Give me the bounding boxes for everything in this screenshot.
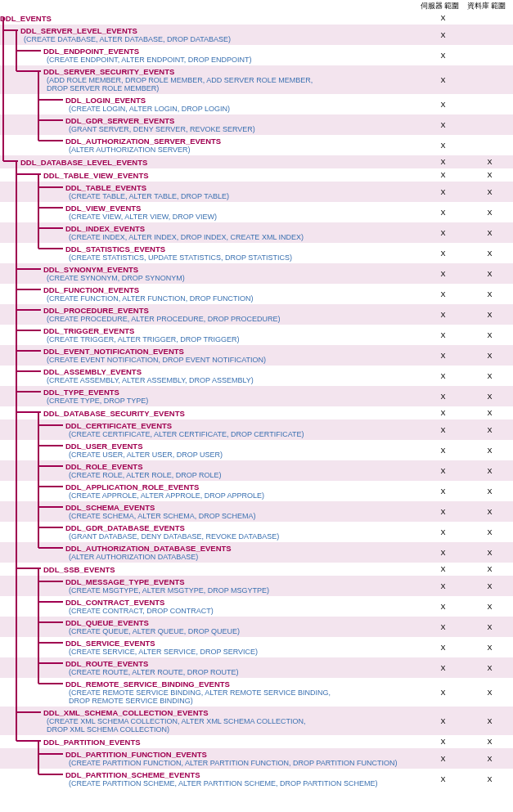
tree-row-part_scheme: DDL_PARTITION_SCHEME_EVENTS(CREATE PARTI…: [0, 769, 513, 789]
node-desc-service: (CREATE SERVICE, ALTER SERVICE, DROP SER…: [65, 648, 258, 656]
node-title-procedure: DDL_PROCEDURE_EVENTS: [43, 306, 149, 315]
node-title-table_view: DDL_TABLE_VIEW_EVENTS: [43, 171, 149, 180]
node-title-certificate: DDL_CERTIFICATE_EVENTS: [65, 421, 172, 430]
tree-row-auth_server: DDL_AUTHORIZATION_SERVER_EVENTS(ALTER AU…: [0, 135, 513, 155]
node-title-index: DDL_INDEX_EVENTS: [65, 224, 145, 233]
node-title-app_role: DDL_APPLICATION_ROLE_EVENTS: [65, 482, 199, 491]
server-scope-mark-index: X: [420, 229, 466, 237]
node-desc-endpoint: (CREATE ENDPOINT, ALTER ENDPOINT, DROP E…: [43, 56, 252, 64]
node-desc-assembly: (CREATE ASSEMBLY, ALTER ASSEMBLY, DROP A…: [43, 376, 254, 384]
tree-row-function: DDL_FUNCTION_EVENTS(CREATE FUNCTION, ALT…: [0, 284, 513, 304]
database-scope-mark-synonym: X: [466, 270, 513, 278]
tree-row-partition: DDL_PARTITION_EVENTSXX: [0, 735, 513, 748]
node-title-schema: DDL_SCHEMA_EVENTS: [65, 503, 155, 512]
database-scope-mark-table: X: [466, 188, 513, 196]
server-scope-mark-assembly: X: [420, 372, 466, 380]
database-scope-mark-part_scheme: X: [466, 775, 513, 783]
tree-row-contract: DDL_CONTRACT_EVENTS(CREATE CONTRACT, DRO…: [0, 596, 513, 617]
tree-row-auth_db: DDL_AUTHORIZATION_DATABASE_EVENTS(ALTER …: [0, 542, 513, 563]
tree-row-service: DDL_SERVICE_EVENTS(CREATE SERVICE, ALTER…: [0, 637, 513, 657]
database-scope-mark-route: X: [466, 664, 513, 672]
server-scope-mark-server_security: X: [420, 76, 466, 84]
node-title-service: DDL_SERVICE_EVENTS: [65, 639, 155, 648]
node-title-auth_db: DDL_AUTHORIZATION_DATABASE_EVENTS: [65, 544, 232, 553]
server-scope-mark-xml_schema: X: [420, 717, 466, 725]
tree-row-route: DDL_ROUTE_EVENTS(CREATE ROUTE, ALTER ROU…: [0, 657, 513, 678]
node-title-part_scheme: DDL_PARTITION_SCHEME_EVENTS: [65, 770, 200, 779]
node-desc-server_security-1: DROP SERVER ROLE MEMBER): [43, 84, 159, 92]
node-desc-remote_svc-1: DROP REMOTE SERVICE BINDING): [65, 697, 193, 705]
tree-row-table_view: DDL_TABLE_VIEW_EVENTSXX: [0, 168, 513, 182]
node-desc-server_security-0: (ADD ROLE MEMBER, DROP ROLE MEMBER, ADD …: [43, 76, 313, 84]
node-desc-part_scheme: (CREATE PARTITION SCHEME, ALTER PARTITIO…: [65, 779, 378, 787]
tree-row-statistics: DDL_STATISTICS_EVENTS(CREATE STATISTICS,…: [0, 243, 513, 263]
tree-row-queue: DDL_QUEUE_EVENTS(CREATE QUEUE, ALTER QUE…: [0, 617, 513, 637]
server-scope-mark-function: X: [420, 290, 466, 298]
server-scope-mark-endpoint: X: [420, 52, 466, 60]
server-scope-mark-role: X: [420, 467, 466, 475]
tree-row-login: DDL_LOGIN_EVENTS(CREATE LOGIN, ALTER LOG…: [0, 94, 513, 114]
node-title-auth_server: DDL_AUTHORIZATION_SERVER_EVENTS: [65, 137, 221, 146]
header-server-scope: 伺服器 範圍: [416, 0, 463, 11]
node-title-contract: DDL_CONTRACT_EVENTS: [65, 598, 164, 607]
node-title-function: DDL_FUNCTION_EVENTS: [43, 285, 139, 294]
node-title-ddl_events: DDL_EVENTS: [0, 14, 52, 23]
node-title-msg_type: DDL_MESSAGE_TYPE_EVENTS: [65, 577, 185, 586]
tree-row-msg_type: DDL_MESSAGE_TYPE_EVENTS(CREATE MSGTYPE, …: [0, 576, 513, 596]
tree-row-remote_svc: DDL_REMOTE_SERVICE_BINDING_EVENTS(CREATE…: [0, 678, 513, 707]
node-title-login: DDL_LOGIN_EVENTS: [65, 96, 146, 105]
tree-row-synonym: DDL_SYNONYM_EVENTS(CREATE SYNONYM, DROP …: [0, 263, 513, 284]
server-scope-mark-login: X: [420, 101, 466, 109]
database-scope-mark-part_func: X: [466, 755, 513, 763]
node-title-ssb: DDL_SSB_EVENTS: [43, 565, 115, 574]
server-scope-mark-schema: X: [420, 508, 466, 516]
node-title-gdr_server: DDL_GDR_SERVER_EVENTS: [65, 116, 174, 125]
database-scope-mark-assembly: X: [466, 372, 513, 380]
node-desc-auth_db: (ALTER AUTHORIZATION DATABASE): [65, 553, 198, 561]
server-scope-mark-certificate: X: [420, 426, 466, 434]
server-scope-mark-db_security: X: [420, 409, 466, 417]
server-scope-mark-trigger: X: [420, 331, 466, 339]
server-scope-mark-part_func: X: [420, 755, 466, 763]
server-scope-mark-ssb: X: [420, 565, 466, 573]
node-desc-role: (CREATE ROLE, ALTER ROLE, DROP ROLE): [65, 471, 222, 479]
database-scope-mark-xml_schema: X: [466, 717, 513, 725]
node-desc-schema: (CREATE SCHEMA, ALTER SCHEMA, DROP SCHEM…: [65, 512, 256, 520]
database-scope-mark-role: X: [466, 467, 513, 475]
tree-row-type: DDL_TYPE_EVENTS(CREATE TYPE, DROP TYPE)X…: [0, 386, 513, 406]
database-scope-mark-procedure: X: [466, 311, 513, 319]
database-scope-mark-contract: X: [466, 603, 513, 611]
server-scope-mark-view: X: [420, 209, 466, 217]
node-desc-view: (CREATE VIEW, ALTER VIEW, DROP VIEW): [65, 213, 217, 221]
server-scope-mark-auth_db: X: [420, 549, 466, 557]
node-desc-statistics: (CREATE STATISTICS, UPDATE STATISTICS, D…: [65, 253, 292, 262]
tree-row-gdr_db: DDL_GDR_DATABASE_EVENTS(GRANT DATABASE, …: [0, 522, 513, 542]
node-desc-synonym: (CREATE SYNONYM, DROP SYNONYM): [43, 274, 185, 282]
database-scope-mark-table_view: X: [466, 171, 513, 179]
node-desc-type: (CREATE TYPE, DROP TYPE): [43, 397, 148, 405]
tree-row-assembly: DDL_ASSEMBLY_EVENTS(CREATE ASSEMBLY, ALT…: [0, 366, 513, 386]
node-title-remote_svc: DDL_REMOTE_SERVICE_BINDING_EVENTS: [65, 680, 230, 689]
server-scope-mark-server_level: X: [420, 31, 466, 39]
node-desc-index: (CREATE INDEX, ALTER INDEX, DROP INDEX, …: [65, 233, 304, 241]
database-scope-mark-service: X: [466, 644, 513, 652]
database-scope-mark-gdr_db: X: [466, 528, 513, 536]
tree-row-part_func: DDL_PARTITION_FUNCTION_EVENTS(CREATE PAR…: [0, 748, 513, 769]
database-scope-mark-statistics: X: [466, 249, 513, 258]
server-scope-mark-gdr_server: X: [420, 121, 466, 129]
server-scope-mark-type: X: [420, 393, 466, 401]
node-desc-route: (CREATE ROUTE, ALTER ROUTE, DROP ROUTE): [65, 668, 239, 676]
tree-row-view: DDL_VIEW_EVENTS(CREATE VIEW, ALTER VIEW,…: [0, 202, 513, 222]
node-title-view: DDL_VIEW_EVENTS: [65, 204, 141, 213]
node-desc-function: (CREATE FUNCTION, ALTER FUNCTION, DROP F…: [43, 294, 254, 303]
node-title-partition: DDL_PARTITION_EVENTS: [43, 738, 141, 747]
node-desc-certificate: (CREATE CERTIFICATE, ALTER CERTIFICATE, …: [65, 430, 304, 438]
server-scope-mark-procedure: X: [420, 311, 466, 319]
database-scope-mark-schema: X: [466, 508, 513, 516]
header-database-scope: 資料庫 範圍: [463, 0, 510, 11]
tree-row-gdr_server: DDL_GDR_SERVER_EVENTS(GRANT SERVER, DENY…: [0, 114, 513, 135]
database-scope-mark-queue: X: [466, 623, 513, 631]
database-scope-mark-view: X: [466, 209, 513, 217]
server-scope-mark-msg_type: X: [420, 582, 466, 590]
tree-row-ssb: DDL_SSB_EVENTSXX: [0, 563, 513, 576]
